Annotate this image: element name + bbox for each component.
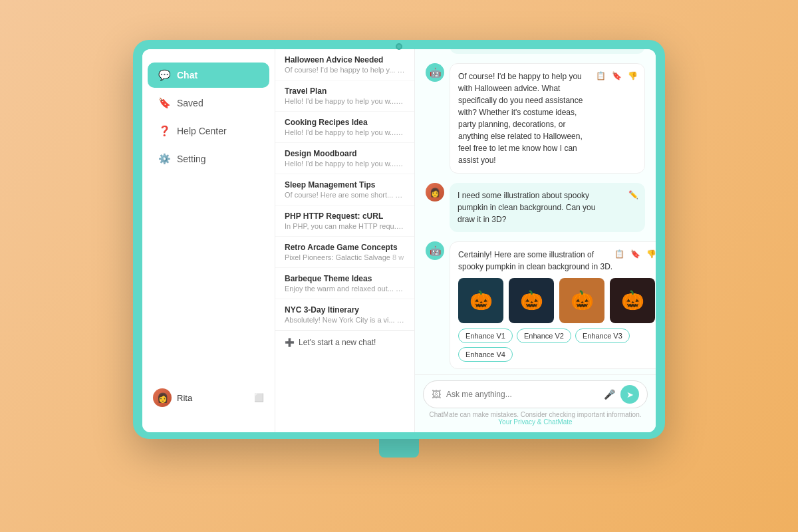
message-bubble: 📋 🔖 👎 Certainly! Here are some illustrat…	[450, 241, 656, 369]
sidebar-item-help[interactable]: ❓ Help Center	[148, 118, 269, 144]
chat-item-preview: Of course! I'd be happy to help y... 1 m	[285, 66, 405, 74]
chat-item-preview: Enjoy the warm and relaxed out... 11 w	[285, 285, 405, 293]
enhance-button[interactable]: Enhance V3	[575, 329, 630, 343]
message-actions: ✏️	[626, 188, 640, 201]
saved-icon: 🔖	[158, 97, 170, 109]
new-chat-label: Let's start a new chat!	[299, 338, 376, 347]
enhance-button[interactable]: Enhance V1	[458, 329, 513, 343]
input-row: 🖼 🎤 ➤	[423, 380, 648, 408]
plus-icon: ➕	[285, 338, 295, 347]
message-block: 👩✏️I need some illustration about spooky…	[426, 183, 645, 232]
save-icon: ⬜	[254, 393, 264, 402]
pumpkin-image-2: 🎃	[509, 278, 554, 323]
enhance-button[interactable]: Enhance V4	[458, 347, 513, 362]
mic-icon[interactable]: 🎤	[604, 389, 615, 400]
copy-button[interactable]: 📋	[594, 69, 607, 82]
message-row: 🤖 📋 🔖 👎 Certainly! Here are some illustr…	[426, 241, 645, 369]
user-profile[interactable]: 👩 Rita ⬜	[148, 383, 269, 412]
chat-item-preview: Hello! I'd be happy to help you w... 1 w	[285, 97, 405, 105]
list-item[interactable]: Design Moodboard Hello! I'd be happy to …	[275, 143, 414, 174]
chat-item-preview: In PHP, you can make HTTP requ... 8 w	[285, 222, 405, 230]
new-chat-button[interactable]: ➕ Let's start a new chat!	[275, 331, 414, 354]
sidebar-item-chat[interactable]: 💬 Chat	[148, 63, 269, 88]
list-item[interactable]: Cooking Recipes Idea Hello! I'd be happy…	[275, 112, 414, 143]
list-item[interactable]: Sleep Management Tips Of course! Here ar…	[275, 174, 414, 205]
chat-main: 👩✏️Hello there, i need some advice about…	[415, 49, 656, 432]
chat-item-title: PHP HTTP Request: cURL	[285, 211, 405, 221]
copy-button[interactable]: 📋	[612, 247, 626, 261]
message-avatar: 🤖	[426, 63, 444, 82]
edit-button[interactable]: ✏️	[626, 188, 640, 201]
message-bubble: ✏️I need some illustration about spooky …	[450, 183, 645, 232]
message-row: 🤖 📋 🔖 👎 Of course! I'd be happy to help …	[426, 63, 645, 174]
chat-item-title: Retro Arcade Game Concepts	[285, 243, 405, 252]
chat-item-title: Cooking Recipes Idea	[285, 118, 405, 127]
chat-list: Halloween Advice Needed Of course! I'd b…	[275, 49, 415, 432]
bookmark-button[interactable]: 🔖	[628, 247, 642, 261]
chat-item-title: Travel Plan	[285, 86, 405, 96]
disclaimer: ChatMate can make mistakes. Consider che…	[423, 408, 648, 430]
setting-icon: ⚙️	[158, 153, 170, 165]
privacy-link[interactable]: Your Privacy & ChatMate	[498, 418, 572, 426]
monitor-stand	[379, 438, 419, 458]
chat-item-title: Halloween Advice Needed	[285, 55, 405, 65]
message-block: 🤖 📋 🔖 👎 Certainly! Here are some illustr…	[426, 241, 645, 369]
chat-item-title: NYC 3-Day Itinerary	[285, 305, 405, 315]
chat-item-preview: Absolutely! New York City is a vi... 11 …	[285, 316, 405, 324]
sidebar-item-setting[interactable]: ⚙️ Setting	[148, 146, 269, 172]
message-bubble: ✏️Hello there, i need some advice about …	[450, 49, 645, 54]
list-item[interactable]: Barbeque Theme Ideas Enjoy the warm and …	[275, 268, 414, 299]
user-name: Rita	[177, 393, 192, 403]
list-item[interactable]: PHP HTTP Request: cURL In PHP, you can m…	[275, 205, 414, 237]
sidebar-label-chat: Chat	[177, 70, 198, 80]
sidebar: 💬 Chat 🔖 Saved ❓ Help Center ⚙️ Setting …	[142, 49, 275, 432]
sidebar-nav: 💬 Chat 🔖 Saved ❓ Help Center ⚙️ Setting	[142, 63, 275, 376]
thumbsdown-button[interactable]: 👎	[626, 69, 639, 82]
sidebar-label-help: Help Center	[177, 126, 227, 136]
pumpkin-image-3: 🎃	[559, 278, 604, 323]
bookmark-button[interactable]: 🔖	[610, 69, 623, 82]
list-item[interactable]: NYC 3-Day Itinerary Absolutely! New York…	[275, 299, 414, 331]
pumpkin-image-1: 🎃	[458, 278, 503, 323]
message-avatar: 👩	[426, 183, 444, 201]
chat-messages: 👩✏️Hello there, i need some advice about…	[415, 49, 656, 374]
sidebar-bottom: 👩 Rita ⬜	[142, 376, 275, 419]
thumbsdown-button[interactable]: 👎	[644, 247, 656, 261]
message-row: 👩✏️Hello there, i need some advice about…	[426, 49, 645, 54]
chat-item-title: Sleep Management Tips	[285, 180, 405, 190]
enhance-buttons: Enhance V1Enhance V2Enhance V3Enhance V4	[458, 329, 655, 362]
chat-input-area: 🖼 🎤 ➤ ChatMate can make mistakes. Consid…	[415, 374, 656, 432]
image-icon[interactable]: 🖼	[432, 389, 441, 400]
list-item[interactable]: Travel Plan Hello! I'd be happy to help …	[275, 80, 414, 112]
message-actions: 📋 🔖 👎	[594, 69, 639, 82]
chat-item-preview: Hello! I'd be happy to help you w... 2 w	[285, 160, 405, 168]
sidebar-label-setting: Setting	[177, 154, 206, 164]
message-block: 👩✏️Hello there, i need some advice about…	[426, 49, 645, 54]
send-button[interactable]: ➤	[620, 385, 639, 404]
list-item[interactable]: Retro Arcade Game Concepts Pixel Pioneer…	[275, 237, 414, 268]
message-row: 👩✏️I need some illustration about spooky…	[426, 183, 645, 232]
message-bubble: 📋 🔖 👎 Of course! I'd be happy to help yo…	[450, 63, 645, 174]
enhance-button[interactable]: Enhance V2	[517, 329, 571, 343]
sidebar-item-saved[interactable]: 🔖 Saved	[148, 90, 269, 116]
chat-item-preview: Pixel Pioneers: Galactic Salvage 8 w	[285, 253, 405, 261]
message-block: 🤖 📋 🔖 👎 Of course! I'd be happy to help …	[426, 63, 645, 174]
message-text: I need some illustration about spooky pu…	[458, 190, 637, 225]
message-actions: 📋 🔖 👎	[612, 247, 656, 261]
message-text: Of course! I'd be happy to help you with…	[458, 70, 636, 166]
chat-icon: 💬	[158, 69, 170, 81]
monitor-camera	[396, 43, 402, 50]
chat-item-title: Design Moodboard	[285, 149, 405, 158]
message-avatar: 🤖	[426, 241, 444, 260]
chat-item-preview: Of course! Here are some short... 4 w	[285, 191, 405, 199]
help-icon: ❓	[158, 125, 170, 137]
avatar: 👩	[153, 388, 172, 407]
list-item[interactable]: Halloween Advice Needed Of course! I'd b…	[275, 49, 414, 80]
chat-item-preview: Hello! I'd be happy to help you w... 2 w	[285, 128, 405, 136]
sidebar-label-saved: Saved	[177, 98, 203, 108]
image-grid: 🎃🎃🎃🎃	[458, 278, 655, 323]
chat-input[interactable]	[446, 390, 598, 399]
chat-item-title: Barbeque Theme Ideas	[285, 274, 405, 283]
pumpkin-image-4: 🎃	[610, 278, 655, 323]
